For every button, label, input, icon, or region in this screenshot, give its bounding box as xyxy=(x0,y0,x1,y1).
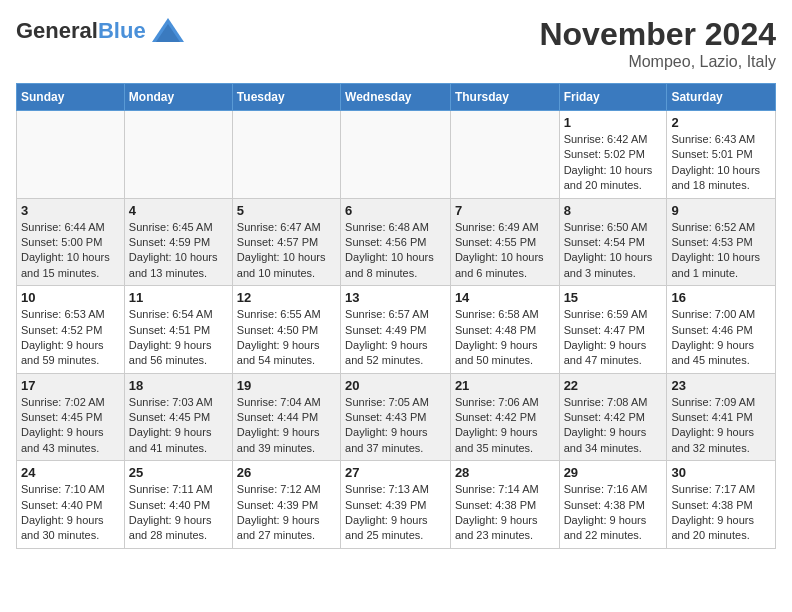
day-number: 2 xyxy=(671,115,771,130)
calendar-cell: 23Sunrise: 7:09 AM Sunset: 4:41 PM Dayli… xyxy=(667,373,776,461)
calendar-cell: 26Sunrise: 7:12 AM Sunset: 4:39 PM Dayli… xyxy=(232,461,340,549)
header-monday: Monday xyxy=(124,84,232,111)
calendar-cell: 6Sunrise: 6:48 AM Sunset: 4:56 PM Daylig… xyxy=(341,198,451,286)
day-info: Sunrise: 7:10 AM Sunset: 4:40 PM Dayligh… xyxy=(21,482,120,544)
day-number: 12 xyxy=(237,290,336,305)
calendar-cell: 20Sunrise: 7:05 AM Sunset: 4:43 PM Dayli… xyxy=(341,373,451,461)
logo-icon xyxy=(150,16,186,46)
day-info: Sunrise: 6:49 AM Sunset: 4:55 PM Dayligh… xyxy=(455,220,555,282)
calendar-header-row: SundayMondayTuesdayWednesdayThursdayFrid… xyxy=(17,84,776,111)
calendar-cell xyxy=(232,111,340,199)
day-number: 26 xyxy=(237,465,336,480)
calendar-cell: 19Sunrise: 7:04 AM Sunset: 4:44 PM Dayli… xyxy=(232,373,340,461)
calendar-cell xyxy=(341,111,451,199)
day-number: 29 xyxy=(564,465,663,480)
day-info: Sunrise: 7:08 AM Sunset: 4:42 PM Dayligh… xyxy=(564,395,663,457)
day-info: Sunrise: 7:05 AM Sunset: 4:43 PM Dayligh… xyxy=(345,395,446,457)
calendar-cell: 21Sunrise: 7:06 AM Sunset: 4:42 PM Dayli… xyxy=(450,373,559,461)
day-number: 16 xyxy=(671,290,771,305)
calendar-cell: 4Sunrise: 6:45 AM Sunset: 4:59 PM Daylig… xyxy=(124,198,232,286)
calendar-table: SundayMondayTuesdayWednesdayThursdayFrid… xyxy=(16,83,776,549)
day-info: Sunrise: 7:13 AM Sunset: 4:39 PM Dayligh… xyxy=(345,482,446,544)
calendar-cell: 25Sunrise: 7:11 AM Sunset: 4:40 PM Dayli… xyxy=(124,461,232,549)
day-number: 28 xyxy=(455,465,555,480)
calendar-cell: 2Sunrise: 6:43 AM Sunset: 5:01 PM Daylig… xyxy=(667,111,776,199)
day-info: Sunrise: 7:04 AM Sunset: 4:44 PM Dayligh… xyxy=(237,395,336,457)
day-number: 18 xyxy=(129,378,228,393)
header-wednesday: Wednesday xyxy=(341,84,451,111)
day-number: 10 xyxy=(21,290,120,305)
calendar-week-1: 1Sunrise: 6:42 AM Sunset: 5:02 PM Daylig… xyxy=(17,111,776,199)
day-info: Sunrise: 7:03 AM Sunset: 4:45 PM Dayligh… xyxy=(129,395,228,457)
month-title: November 2024 xyxy=(539,16,776,53)
day-info: Sunrise: 6:45 AM Sunset: 4:59 PM Dayligh… xyxy=(129,220,228,282)
day-info: Sunrise: 7:11 AM Sunset: 4:40 PM Dayligh… xyxy=(129,482,228,544)
day-info: Sunrise: 6:59 AM Sunset: 4:47 PM Dayligh… xyxy=(564,307,663,369)
day-number: 4 xyxy=(129,203,228,218)
day-number: 1 xyxy=(564,115,663,130)
header-friday: Friday xyxy=(559,84,667,111)
day-info: Sunrise: 6:58 AM Sunset: 4:48 PM Dayligh… xyxy=(455,307,555,369)
day-number: 11 xyxy=(129,290,228,305)
day-number: 22 xyxy=(564,378,663,393)
calendar-cell: 11Sunrise: 6:54 AM Sunset: 4:51 PM Dayli… xyxy=(124,286,232,374)
day-info: Sunrise: 7:02 AM Sunset: 4:45 PM Dayligh… xyxy=(21,395,120,457)
day-info: Sunrise: 7:00 AM Sunset: 4:46 PM Dayligh… xyxy=(671,307,771,369)
calendar-cell: 3Sunrise: 6:44 AM Sunset: 5:00 PM Daylig… xyxy=(17,198,125,286)
day-number: 25 xyxy=(129,465,228,480)
day-info: Sunrise: 6:50 AM Sunset: 4:54 PM Dayligh… xyxy=(564,220,663,282)
day-number: 27 xyxy=(345,465,446,480)
header-saturday: Saturday xyxy=(667,84,776,111)
title-block: November 2024 Mompeo, Lazio, Italy xyxy=(539,16,776,71)
calendar-cell xyxy=(450,111,559,199)
calendar-cell: 30Sunrise: 7:17 AM Sunset: 4:38 PM Dayli… xyxy=(667,461,776,549)
day-number: 19 xyxy=(237,378,336,393)
day-info: Sunrise: 6:52 AM Sunset: 4:53 PM Dayligh… xyxy=(671,220,771,282)
calendar-cell: 22Sunrise: 7:08 AM Sunset: 4:42 PM Dayli… xyxy=(559,373,667,461)
day-number: 8 xyxy=(564,203,663,218)
day-number: 15 xyxy=(564,290,663,305)
day-info: Sunrise: 7:14 AM Sunset: 4:38 PM Dayligh… xyxy=(455,482,555,544)
day-info: Sunrise: 6:53 AM Sunset: 4:52 PM Dayligh… xyxy=(21,307,120,369)
day-info: Sunrise: 6:44 AM Sunset: 5:00 PM Dayligh… xyxy=(21,220,120,282)
calendar-cell: 29Sunrise: 7:16 AM Sunset: 4:38 PM Dayli… xyxy=(559,461,667,549)
calendar-cell: 28Sunrise: 7:14 AM Sunset: 4:38 PM Dayli… xyxy=(450,461,559,549)
location-subtitle: Mompeo, Lazio, Italy xyxy=(539,53,776,71)
day-number: 21 xyxy=(455,378,555,393)
calendar-cell: 7Sunrise: 6:49 AM Sunset: 4:55 PM Daylig… xyxy=(450,198,559,286)
day-number: 17 xyxy=(21,378,120,393)
day-number: 6 xyxy=(345,203,446,218)
header-tuesday: Tuesday xyxy=(232,84,340,111)
calendar-week-4: 17Sunrise: 7:02 AM Sunset: 4:45 PM Dayli… xyxy=(17,373,776,461)
header-sunday: Sunday xyxy=(17,84,125,111)
day-info: Sunrise: 7:16 AM Sunset: 4:38 PM Dayligh… xyxy=(564,482,663,544)
calendar-cell: 9Sunrise: 6:52 AM Sunset: 4:53 PM Daylig… xyxy=(667,198,776,286)
logo-general: General xyxy=(16,18,98,43)
calendar-cell: 18Sunrise: 7:03 AM Sunset: 4:45 PM Dayli… xyxy=(124,373,232,461)
day-info: Sunrise: 6:48 AM Sunset: 4:56 PM Dayligh… xyxy=(345,220,446,282)
calendar-cell: 15Sunrise: 6:59 AM Sunset: 4:47 PM Dayli… xyxy=(559,286,667,374)
day-info: Sunrise: 7:17 AM Sunset: 4:38 PM Dayligh… xyxy=(671,482,771,544)
calendar-cell: 13Sunrise: 6:57 AM Sunset: 4:49 PM Dayli… xyxy=(341,286,451,374)
calendar-cell xyxy=(124,111,232,199)
calendar-cell: 12Sunrise: 6:55 AM Sunset: 4:50 PM Dayli… xyxy=(232,286,340,374)
calendar-cell: 24Sunrise: 7:10 AM Sunset: 4:40 PM Dayli… xyxy=(17,461,125,549)
day-info: Sunrise: 6:54 AM Sunset: 4:51 PM Dayligh… xyxy=(129,307,228,369)
logo-blue: Blue xyxy=(98,18,146,43)
day-number: 24 xyxy=(21,465,120,480)
day-info: Sunrise: 7:09 AM Sunset: 4:41 PM Dayligh… xyxy=(671,395,771,457)
calendar-cell: 16Sunrise: 7:00 AM Sunset: 4:46 PM Dayli… xyxy=(667,286,776,374)
header-thursday: Thursday xyxy=(450,84,559,111)
day-number: 5 xyxy=(237,203,336,218)
day-number: 13 xyxy=(345,290,446,305)
logo: GeneralBlue xyxy=(16,16,186,46)
day-info: Sunrise: 7:06 AM Sunset: 4:42 PM Dayligh… xyxy=(455,395,555,457)
calendar-cell: 27Sunrise: 7:13 AM Sunset: 4:39 PM Dayli… xyxy=(341,461,451,549)
day-number: 3 xyxy=(21,203,120,218)
page-header: GeneralBlue November 2024 Mompeo, Lazio,… xyxy=(16,16,776,71)
day-number: 14 xyxy=(455,290,555,305)
day-info: Sunrise: 6:42 AM Sunset: 5:02 PM Dayligh… xyxy=(564,132,663,194)
calendar-week-5: 24Sunrise: 7:10 AM Sunset: 4:40 PM Dayli… xyxy=(17,461,776,549)
calendar-cell: 5Sunrise: 6:47 AM Sunset: 4:57 PM Daylig… xyxy=(232,198,340,286)
calendar-cell: 14Sunrise: 6:58 AM Sunset: 4:48 PM Dayli… xyxy=(450,286,559,374)
